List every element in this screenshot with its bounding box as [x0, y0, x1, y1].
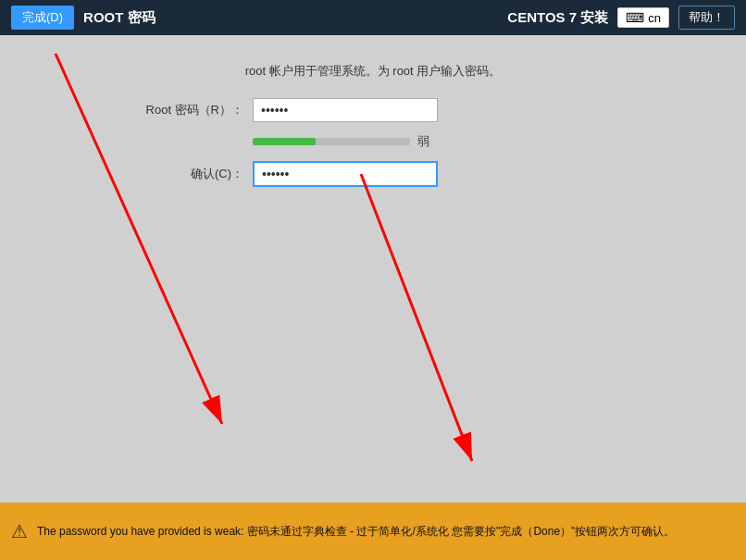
help-button[interactable]: 帮助！	[678, 6, 735, 30]
strength-row: 弱	[253, 133, 614, 150]
svg-line-3	[361, 174, 472, 461]
strength-label: 弱	[417, 133, 429, 150]
warning-text: The password you have provided is weak: …	[37, 524, 675, 540]
header-right: CENTOS 7 安装 ⌨ cn 帮助！	[507, 6, 735, 30]
lang-selector[interactable]: ⌨ cn	[617, 7, 669, 28]
root-password-label: Root 密码（R）：	[132, 102, 253, 118]
keyboard-icon: ⌨	[626, 10, 644, 25]
root-password-row: Root 密码（R）：	[132, 98, 614, 122]
confirm-password-input[interactable]	[253, 161, 438, 187]
strength-bar-container	[253, 138, 410, 145]
centos-title: CENTOS 7 安装	[507, 9, 608, 27]
confirm-password-label: 确认(C)：	[132, 166, 253, 182]
header-left: 完成(D) ROOT 密码	[11, 6, 155, 30]
form-description: root 帐户用于管理系统。为 root 用户输入密码。	[132, 63, 614, 80]
form-container: root 帐户用于管理系统。为 root 用户输入密码。 Root 密码（R）：…	[132, 63, 614, 198]
main-content: root 帐户用于管理系统。为 root 用户输入密码。 Root 密码（R）：…	[0, 35, 746, 503]
page-title: ROOT 密码	[83, 9, 155, 27]
confirm-password-row: 确认(C)：	[132, 161, 614, 187]
lang-value: cn	[648, 11, 661, 25]
strength-bar	[253, 138, 316, 145]
root-password-input[interactable]	[253, 98, 438, 122]
done-button[interactable]: 完成(D)	[11, 6, 74, 30]
warning-icon: ⚠	[11, 520, 28, 542]
warning-bar: ⚠ The password you have provided is weak…	[0, 503, 746, 560]
header: 完成(D) ROOT 密码 CENTOS 7 安装 ⌨ cn 帮助！	[0, 0, 746, 35]
